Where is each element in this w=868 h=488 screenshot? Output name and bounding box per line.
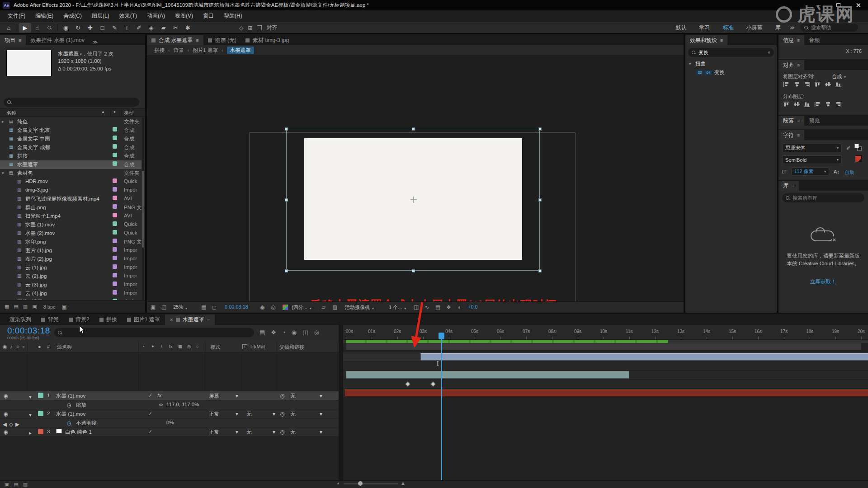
quality-switch[interactable]: ∕ xyxy=(150,411,151,416)
transparency-grid-icon[interactable]: ▨ xyxy=(332,304,337,310)
panel-menu-icon[interactable]: ≡ xyxy=(797,62,800,68)
preview-timecode[interactable]: 0:00:03:18 xyxy=(225,304,248,310)
stroke-fill-swatches[interactable] xyxy=(854,144,862,151)
align-hcen-button[interactable] xyxy=(793,81,800,87)
draft-3d-icon[interactable]: ◔ xyxy=(282,329,286,336)
property-row[interactable]: ◀◇▶◷不透明度0% xyxy=(0,418,339,427)
menu-item-1[interactable]: 编辑(E) xyxy=(30,12,58,20)
menu-item-7[interactable]: 窗口 xyxy=(198,12,219,20)
mode-select[interactable]: 正常 xyxy=(209,429,219,436)
maximize-button[interactable] xyxy=(828,0,848,10)
next-keyframe-button[interactable]: ▶ xyxy=(15,421,19,427)
timeline-tab-渲染队列[interactable]: 渲染队列 xyxy=(5,314,36,325)
project-item[interactable]: ▥图片 (2).jpgImpor xyxy=(0,255,142,263)
label-color-chip[interactable] xyxy=(113,256,117,260)
trkmat-select[interactable]: 无 xyxy=(246,411,252,418)
breadcrumb-item[interactable]: 水墨遮罩 xyxy=(227,47,254,54)
playhead-line[interactable] xyxy=(441,333,442,480)
character-panel-tab[interactable]: 字符 ≡ xyxy=(778,130,804,140)
panel-menu-icon[interactable]: ≡ xyxy=(797,132,800,138)
resolution-select[interactable]: (四分...▾ xyxy=(292,304,307,311)
viewer-tab-图层 (无)[interactable]: 图层 (无) xyxy=(203,35,241,45)
snap-checkbox[interactable] xyxy=(257,25,262,30)
flowchart-icon[interactable]: ❖ xyxy=(271,329,276,336)
libraries-panel-tab[interactable]: 库 ≡ xyxy=(778,181,799,191)
scrollbar-thumb[interactable] xyxy=(142,171,144,248)
breadcrumb-item[interactable]: 图片1 遮罩 xyxy=(193,47,218,54)
type-tool[interactable]: T xyxy=(121,23,133,33)
property-name[interactable]: 缩放 xyxy=(76,402,86,408)
channel-grid-icon[interactable]: ◫ xyxy=(161,304,166,310)
layer-twirl[interactable]: ▸ xyxy=(29,430,32,436)
label-color-chip[interactable] xyxy=(113,178,117,183)
timeline-tab-拼接[interactable]: 拼接 xyxy=(94,314,122,325)
label-color-chip[interactable] xyxy=(113,247,117,252)
label-color-chip[interactable] xyxy=(113,290,117,295)
layer-label-chip[interactable] xyxy=(38,393,43,398)
ruler-icon[interactable]: ▦ xyxy=(201,304,206,310)
parent-pickwhip[interactable]: ◎ xyxy=(280,411,285,417)
exposure-value[interactable]: +0.0 xyxy=(468,304,478,310)
composition-viewport[interactable]: 后移水墨遮罩合成中上层水墨(1)层的出现时间 xyxy=(147,55,684,301)
solo-header-icon[interactable]: ○ xyxy=(16,344,19,349)
stopwatch-icon[interactable]: ◷ xyxy=(67,402,71,408)
selection-handle[interactable] xyxy=(285,269,288,272)
quality-header-icon[interactable]: ∖ xyxy=(160,344,163,349)
channels-swatch[interactable] xyxy=(283,305,288,310)
zoom-select[interactable]: 25%▾ xyxy=(173,304,183,310)
menu-item-8[interactable]: 帮助(H) xyxy=(219,12,247,20)
label-color-chip[interactable] xyxy=(113,273,117,277)
clone-stamp-tool[interactable]: ◈ xyxy=(145,23,157,33)
project-item[interactable]: ▥图片 (1).jpgImpor xyxy=(0,246,142,255)
libraries-search-input[interactable] xyxy=(793,195,861,201)
project-item[interactable]: ▦水墨遮罩合成 xyxy=(0,160,142,169)
show-snapshot-icon[interactable]: ◎ xyxy=(271,304,275,310)
project-item[interactable]: ▥云 (4).jpgImpor xyxy=(0,289,142,298)
zoom-out-mountain-icon[interactable]: ▲ xyxy=(336,481,340,485)
font-style-select[interactable]: SemiBold▾ xyxy=(782,155,842,164)
track-row[interactable] xyxy=(343,371,868,380)
view-layout-select[interactable]: 1 个...▾ xyxy=(389,304,402,311)
get-libraries-link[interactable]: 立即获取！ xyxy=(778,278,868,285)
align-top-button[interactable] xyxy=(814,81,821,87)
font-family-select[interactable]: 思源宋体▾ xyxy=(782,144,842,152)
timeline-tab-图片1 遮罩[interactable]: 图片1 遮罩 xyxy=(122,314,165,325)
panel-menu-icon[interactable]: ≡ xyxy=(207,317,210,323)
more-panels-icon[interactable]: ≫ xyxy=(89,39,102,45)
new-comp-icon[interactable]: ▥ xyxy=(23,304,28,310)
help-search-input[interactable] xyxy=(811,25,852,30)
workspace-overflow-icon[interactable]: ≫ xyxy=(786,25,798,31)
distribute-vcen-button[interactable] xyxy=(793,101,800,107)
column-parent[interactable]: 父级和链接 xyxy=(279,344,304,351)
zoom-in-mountain-icon[interactable]: ▲ xyxy=(401,480,406,486)
panel-tab-段落[interactable]: 段落≡ xyxy=(778,116,804,126)
project-tab-效果控件 水墨 (1).mov[interactable]: 效果控件 水墨 (1).mov xyxy=(26,35,89,45)
timeline-zoom-knob[interactable] xyxy=(358,481,363,486)
pan-behind-tool[interactable]: ✚ xyxy=(84,23,96,33)
fx-header-icon[interactable]: fx xyxy=(169,344,172,349)
project-item[interactable]: ▦金属文字-成都合成 xyxy=(0,143,142,152)
effects-item-row[interactable]: 3264 变换 xyxy=(685,68,777,76)
toggle-medium-icon[interactable]: ▤ xyxy=(14,482,18,488)
project-item[interactable]: ▥timg-3.jpgImpor xyxy=(0,186,142,195)
hand-tool[interactable]: ☝ xyxy=(31,23,43,33)
timeline-icon[interactable]: ▤ xyxy=(435,304,440,310)
twirl-down-icon[interactable]: ▾ xyxy=(689,61,691,66)
timeline-splitter[interactable] xyxy=(339,325,343,480)
font-size-select[interactable]: 112 像素▾ xyxy=(791,167,829,176)
project-item[interactable]: ▥水墨 (1).movQuick xyxy=(0,221,142,229)
viewer-tab-素材 timg-3.jpg[interactable]: 素材 timg-3.jpg xyxy=(241,35,293,45)
project-item[interactable]: ▥群山.pngPNG 文 xyxy=(0,203,142,212)
visibility-toggle[interactable]: ◉ xyxy=(4,429,8,435)
roto-brush-tool[interactable]: ✂ xyxy=(170,23,182,33)
info-tab-信息[interactable]: 信息≡ xyxy=(778,35,804,45)
zoom-tool[interactable] xyxy=(43,23,56,33)
clear-search-icon[interactable]: × xyxy=(768,50,770,55)
quality-switch[interactable]: ∕ xyxy=(150,393,151,398)
shape-tool[interactable]: □ xyxy=(96,23,108,33)
label-color-chip[interactable] xyxy=(113,282,117,286)
add-keyframe-button[interactable]: ◇ xyxy=(9,421,13,427)
home-tool[interactable]: ⌂ xyxy=(3,23,15,33)
breadcrumb-item[interactable]: 拼接 xyxy=(154,47,165,54)
layer-duration-bar[interactable] xyxy=(420,353,868,361)
